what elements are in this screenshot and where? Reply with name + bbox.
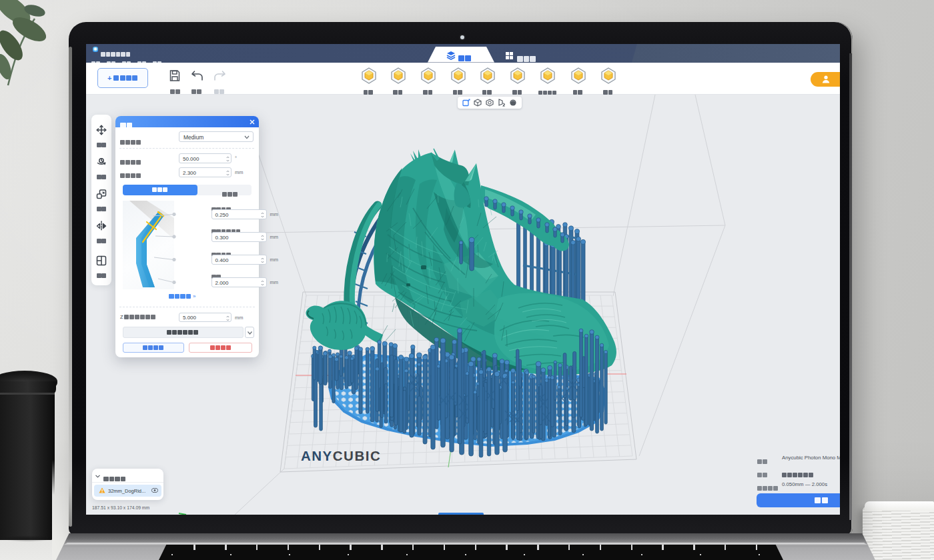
svg-text:ANYCUBIC: ANYCUBIC [301, 448, 381, 463]
